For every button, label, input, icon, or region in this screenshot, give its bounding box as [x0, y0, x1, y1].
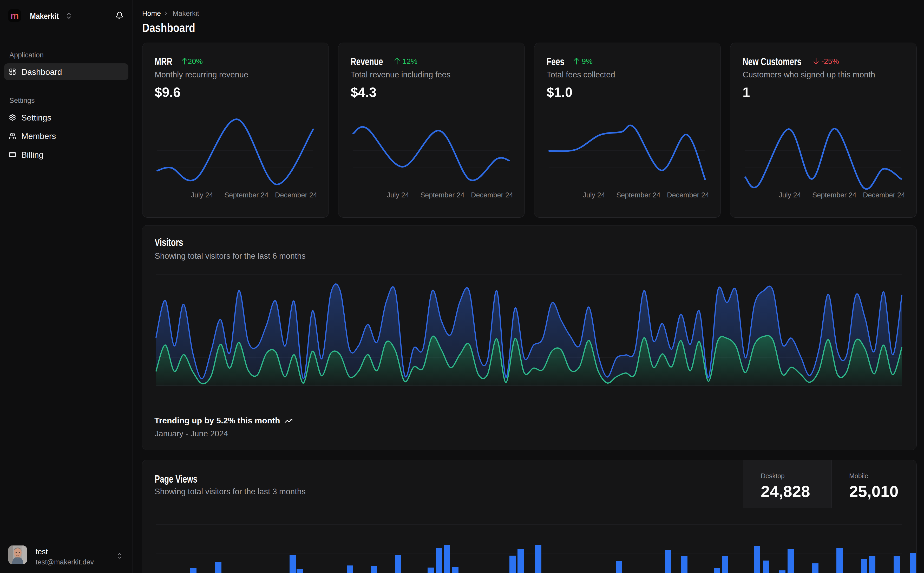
svg-text:September 24: September 24: [812, 191, 857, 199]
svg-text:December 24: December 24: [471, 191, 513, 199]
svg-text:July 24: July 24: [583, 191, 605, 199]
svg-text:December 24: December 24: [667, 191, 709, 199]
svg-text:July 24: July 24: [191, 191, 213, 199]
svg-text:September 24: September 24: [224, 191, 268, 199]
svg-text:December 24: December 24: [863, 191, 905, 199]
svg-text:m: m: [10, 10, 19, 21]
svg-text:July 24: July 24: [779, 191, 801, 199]
svg-text:July 24: July 24: [387, 191, 409, 199]
svg-text:September 24: September 24: [420, 191, 464, 199]
svg-text:September 24: September 24: [616, 191, 660, 199]
svg-text:December 24: December 24: [275, 191, 317, 199]
